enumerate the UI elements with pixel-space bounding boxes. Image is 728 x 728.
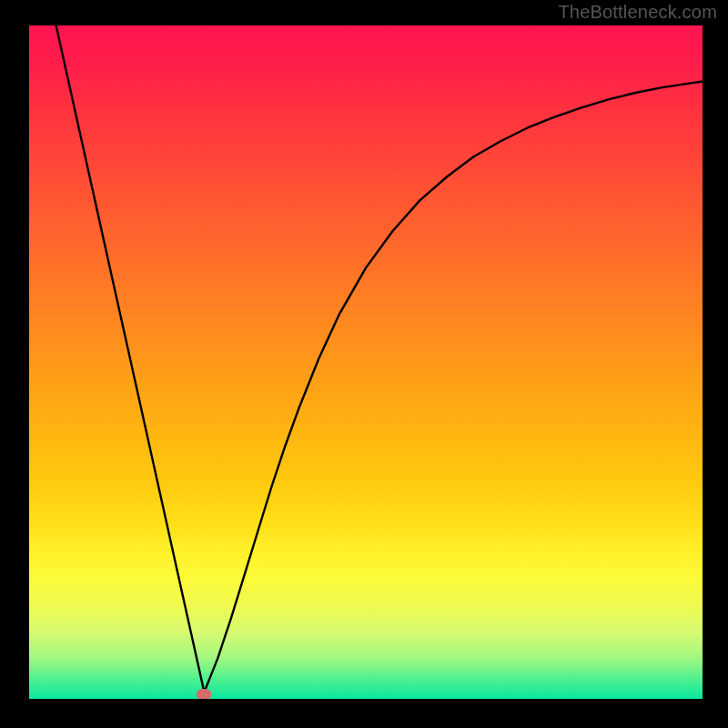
chart-frame: TheBottleneck.com <box>0 0 728 728</box>
watermark-text: TheBottleneck.com <box>558 2 717 23</box>
optimal-point-marker <box>197 689 211 699</box>
bottleneck-curve <box>29 25 703 699</box>
plot-area <box>29 25 703 699</box>
